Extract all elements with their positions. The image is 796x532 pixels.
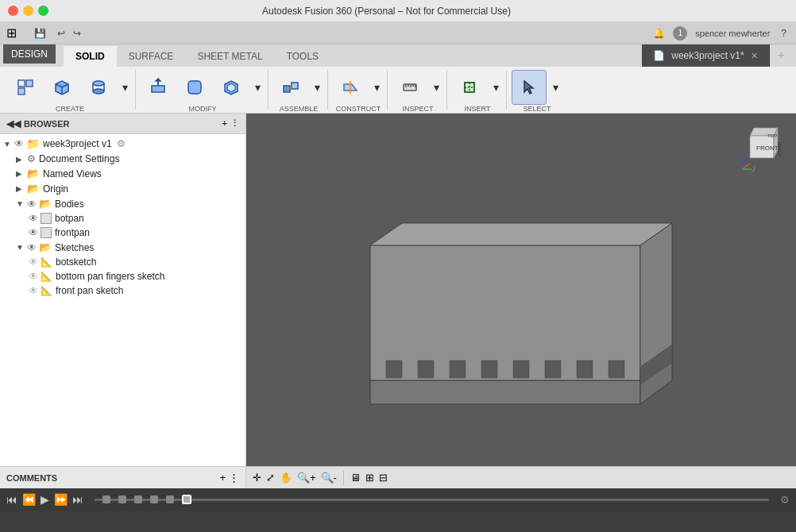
- tab-solid[interactable]: SOLID: [64, 46, 117, 67]
- sketches-eye[interactable]: 👁: [27, 242, 37, 253]
- origin-toggle[interactable]: ▶: [16, 184, 27, 193]
- view-layout-icon[interactable]: ⊟: [379, 472, 388, 484]
- svg-text:RIGHT: RIGHT: [777, 142, 782, 157]
- tree-sketches[interactable]: ▼ 👁 📂 Sketches: [0, 240, 245, 255]
- fit-icon[interactable]: ⤢: [266, 472, 275, 484]
- select-tool[interactable]: [512, 70, 547, 105]
- frontpan-eye[interactable]: 👁: [29, 227, 38, 238]
- hand-icon[interactable]: ✋: [280, 472, 292, 484]
- root-label: week3project v1: [43, 138, 112, 149]
- save-button[interactable]: 💾: [31, 26, 49, 40]
- root-toggle[interactable]: ▼: [3, 140, 14, 148]
- close-button[interactable]: [8, 6, 18, 16]
- viewcube[interactable]: FRONT TOP RIGHT x y z: [734, 120, 790, 175]
- timeline-settings-icon[interactable]: ⚙: [780, 494, 790, 506]
- redo-button[interactable]: ↪: [70, 26, 84, 40]
- botsketch-eye[interactable]: 👁: [29, 256, 38, 268]
- inspect-measure[interactable]: [392, 70, 427, 105]
- fingers-eye[interactable]: 👁: [29, 271, 38, 282]
- timeline-marker-4[interactable]: [150, 495, 158, 503]
- timeline-marker-3[interactable]: [134, 495, 142, 503]
- tree-frontpan[interactable]: 👁 frontpan: [0, 226, 245, 240]
- browser-expand-icon[interactable]: +: [222, 118, 227, 129]
- inspect-more[interactable]: ▾: [429, 70, 443, 105]
- browser-menu-icon[interactable]: ⋮: [230, 118, 239, 129]
- zoom-in-icon[interactable]: 🔍+: [297, 472, 316, 484]
- viewport[interactable]: FRONT TOP RIGHT x y z ✛ ⤢ ✋ 🔍+ 🔍-: [246, 114, 796, 488]
- tree-bodies[interactable]: ▼ 👁 📂 Bodies: [0, 196, 245, 211]
- named-views-toggle[interactable]: ▶: [16, 169, 27, 178]
- create-new-component[interactable]: [8, 70, 43, 105]
- icon-toolbar: ▾ CREATE ▾ MODIFY: [0, 67, 796, 113]
- modify-fillet[interactable]: [177, 70, 212, 105]
- file-tab-close[interactable]: ✕: [751, 51, 758, 61]
- assemble-joint[interactable]: [273, 70, 308, 105]
- pan-icon[interactable]: ✛: [253, 472, 261, 484]
- timeline-last[interactable]: ⏭: [72, 493, 83, 506]
- sketches-toggle[interactable]: ▼: [16, 243, 27, 252]
- timeline-first[interactable]: ⏮: [6, 493, 17, 506]
- modify-press-pull[interactable]: [141, 70, 176, 105]
- minimize-button[interactable]: [23, 6, 33, 16]
- create-more[interactable]: ▾: [118, 70, 132, 105]
- create-cylinder[interactable]: [81, 70, 116, 105]
- tree-botpan[interactable]: 👁 botpan: [0, 211, 245, 226]
- design-button[interactable]: DESIGN: [3, 44, 56, 64]
- tree-botsketch[interactable]: 👁 📐 botsketch: [0, 255, 245, 269]
- modify-shell[interactable]: [214, 70, 249, 105]
- bodies-eye[interactable]: 👁: [27, 199, 37, 210]
- svg-rect-1: [26, 80, 33, 87]
- tree-document-settings[interactable]: ▶ ⚙ Document Settings: [0, 152, 245, 166]
- comments-add-icon[interactable]: +: [219, 472, 226, 484]
- timeline-play[interactable]: ▶: [41, 493, 49, 506]
- new-tab-button[interactable]: +: [770, 48, 793, 63]
- app-grid-icon[interactable]: ⊞: [6, 25, 17, 40]
- zoom-out-icon[interactable]: 🔍-: [321, 472, 337, 484]
- help-button[interactable]: ?: [778, 26, 790, 40]
- file-tab[interactable]: 📄 week3project v1* ✕: [642, 44, 769, 67]
- maximize-button[interactable]: [38, 6, 48, 16]
- frontpan-sketch-eye[interactable]: 👁: [29, 285, 38, 296]
- tree-front-pan-sketch[interactable]: 👁 📐 front pan sketch: [0, 283, 245, 298]
- user-menu-button[interactable]: spencer mewherter: [692, 27, 773, 40]
- timeline-prev[interactable]: ⏪: [22, 493, 36, 506]
- construct-more[interactable]: ▾: [369, 70, 384, 105]
- timeline-track[interactable]: [95, 499, 769, 501]
- bodies-toggle[interactable]: ▼: [16, 199, 27, 208]
- tree-root[interactable]: ▼ 👁 📁 week3project v1 ⚙: [0, 136, 245, 152]
- root-settings-icon[interactable]: ⚙: [117, 138, 126, 149]
- timeline-marker-5[interactable]: [166, 495, 174, 503]
- create-box[interactable]: [44, 70, 79, 105]
- tree-named-views[interactable]: ▶ 📂 Named Views: [0, 166, 245, 181]
- tree-origin[interactable]: ▶ 📂 Origin: [0, 181, 245, 196]
- undo-button[interactable]: ↩: [54, 26, 68, 40]
- select-more[interactable]: ▾: [548, 70, 562, 105]
- doc-settings-toggle[interactable]: ▶: [16, 155, 27, 164]
- insert-more[interactable]: ▾: [489, 70, 503, 105]
- grid-icon[interactable]: ⊞: [365, 472, 374, 484]
- tab-tools[interactable]: TOOLS: [275, 46, 330, 67]
- timeline-next[interactable]: ⏩: [54, 493, 68, 506]
- timeline-marker-1[interactable]: [102, 495, 110, 503]
- timeline-current-marker[interactable]: [182, 495, 191, 504]
- assemble-more[interactable]: ▾: [310, 70, 324, 105]
- window-controls[interactable]: [8, 6, 48, 16]
- comments-menu-icon[interactable]: ⋮: [229, 472, 239, 484]
- notification-button[interactable]: 🔔: [650, 26, 668, 40]
- timeline-marker-2[interactable]: [118, 495, 126, 503]
- tree-bottom-pan-fingers[interactable]: 👁 📐 bottom pan fingers sketch: [0, 269, 245, 283]
- tab-sheet-metal[interactable]: SHEET METAL: [185, 46, 274, 67]
- botsketch-label: botsketch: [56, 256, 96, 268]
- comments-bar: COMMENTS + ⋮: [0, 466, 245, 488]
- eye-icon[interactable]: 👁: [14, 138, 24, 149]
- insert-mesh[interactable]: [452, 70, 487, 105]
- display-mode-icon[interactable]: 🖥: [350, 472, 361, 484]
- viewport-toolbar: ✛ ⤢ ✋ 🔍+ 🔍- 🖥 ⊞ ⊟: [246, 466, 796, 488]
- browser-header: ◀◀ BROWSER + ⋮: [0, 114, 245, 134]
- modify-more[interactable]: ▾: [250, 70, 265, 105]
- browser-collapse-icon[interactable]: ◀◀: [6, 118, 21, 129]
- construct-plane[interactable]: [333, 70, 368, 105]
- svg-text:TOP: TOP: [767, 133, 777, 138]
- tab-surface[interactable]: SURFACE: [117, 46, 186, 67]
- botpan-eye[interactable]: 👁: [29, 213, 38, 224]
